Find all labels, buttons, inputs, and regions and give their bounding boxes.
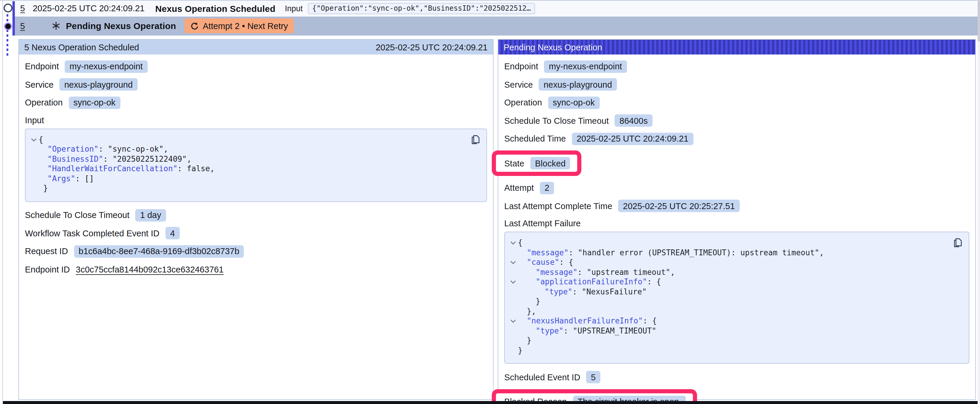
field-row: Endpoint ID3c0c75ccfa8144b092c13ce632463…	[25, 263, 487, 276]
json-code-line: {	[508, 238, 951, 248]
code-gutter	[508, 307, 518, 316]
code-gutter	[29, 164, 38, 174]
left-panel-header: 5 Nexus Operation Scheduled 2025-02-25 U…	[19, 40, 493, 54]
code-gutter	[29, 144, 38, 154]
field-row: Scheduled Time2025-02-25 UTC 20:24:09.21	[504, 132, 969, 145]
json-text: :	[578, 268, 587, 276]
field-row: Request IDb1c6a4bc-8ee7-468a-9169-df3b02…	[25, 245, 487, 257]
json-code-text: },	[518, 307, 536, 316]
left-panel-title: 5 Nexus Operation Scheduled	[24, 42, 139, 52]
code-gutter	[508, 345, 518, 355]
json-text: :	[573, 287, 582, 296]
field-value-link[interactable]: 3c0c75ccfa8144b092c13ce632463761	[76, 265, 224, 274]
json-code-line: }	[508, 345, 951, 355]
json-text: {	[652, 316, 657, 325]
field-value-chip: my-nexus-endpoint	[544, 60, 627, 73]
right-panel-fields: Endpointmy-nexus-endpointServicenexus-pl…	[498, 60, 975, 404]
collapse-chevron-icon[interactable]	[508, 277, 518, 287]
collapse-chevron-icon[interactable]	[508, 316, 518, 326]
field-label: Scheduled Time	[504, 134, 566, 143]
code-gutter	[508, 297, 518, 307]
json-code-block: {"Operation": "sync-op-ok","BusinessID":…	[25, 128, 487, 202]
field-label: Attempt	[504, 183, 534, 193]
event-timestamp: 2025-02-25 UTC 20:24:09.21	[33, 4, 145, 13]
collapse-chevron-icon[interactable]	[508, 258, 518, 268]
event-row-nexus-operation-scheduled[interactable]: 5 2025-02-25 UTC 20:24:09.21 Nexus Opera…	[15, 1, 978, 16]
right-panel-title: Pending Nexus Operation	[504, 42, 602, 52]
field-row: Schedule To Close Timeout86400s	[504, 114, 969, 127]
json-text: }	[536, 297, 541, 306]
timeline-accent-bar	[13, 1, 14, 36]
json-code-text: "cause": {	[518, 258, 573, 268]
json-code-line: "BusinessID": "20250225122409",	[29, 154, 469, 164]
section-label: Last Attempt Failure	[504, 219, 969, 228]
json-key: "cause"	[527, 258, 559, 266]
json-code-line: "HandlerWaitForCancellation": false,	[29, 164, 469, 174]
field-label: Schedule To Close Timeout	[504, 116, 609, 125]
copy-icon[interactable]	[953, 238, 963, 248]
field-row: StateBlocked	[504, 151, 969, 176]
event-detail-panel-scheduled: 5 Nexus Operation Scheduled 2025-02-25 U…	[18, 39, 493, 400]
event-id-link[interactable]: 5	[20, 21, 25, 31]
retry-icon	[191, 22, 199, 30]
json-code-text: {	[38, 135, 43, 144]
json-code-line: "cause": {	[508, 258, 951, 268]
json-code-text: "Operation": "sync-op-ok",	[38, 144, 168, 154]
json-code-line: "applicationFailureInfo": {	[508, 277, 951, 287]
collapse-chevron-icon[interactable]	[29, 135, 38, 144]
field-value-chip: 2	[540, 182, 554, 194]
field-label: Last Attempt Complete Time	[504, 201, 612, 211]
field-value-chip: nexus-playground	[539, 78, 617, 90]
json-text: ,	[187, 154, 192, 163]
json-text: []	[84, 174, 94, 183]
json-text: "sync-op-ok"	[108, 144, 164, 154]
retry-badge-label: Attempt 2 • Next Retry	[203, 21, 288, 31]
event-id-link[interactable]: 5	[20, 4, 25, 13]
json-key: "applicationFailureInfo"	[536, 277, 647, 286]
json-text: ,	[670, 268, 675, 276]
field-row: Servicenexus-playground	[25, 78, 487, 90]
json-code-text: "type": "UPSTREAM_TIMEOUT"	[518, 326, 656, 336]
input-preview-chip: {"Operation":"sync-op-ok","BusinessID":"…	[308, 3, 535, 14]
input-label: Input	[285, 4, 303, 13]
field-value-chip: 1 day	[135, 209, 166, 221]
copy-icon[interactable]	[471, 134, 480, 144]
json-code-text: "nexusHandlerFailureInfo": {	[518, 316, 657, 326]
json-code-line: "Args": []	[29, 174, 469, 184]
json-text: {	[656, 277, 661, 286]
json-text: }	[527, 336, 531, 345]
field-value-chip: my-nexus-endpoint	[65, 60, 148, 73]
json-text: {	[38, 135, 43, 144]
json-text: }	[38, 184, 48, 193]
field-value-chip: sync-op-ok	[548, 96, 600, 109]
event-row-pending-nexus-operation[interactable]: 5 Pending Nexus Operation Attempt 2 • Ne…	[15, 16, 978, 36]
json-text: "handler error (UPSTREAM_TIMEOUT): upstr…	[578, 248, 819, 257]
field-row: Operationsync-op-ok	[25, 96, 487, 109]
field-row: Scheduled Event ID5	[504, 371, 969, 383]
json-code-line: "message": "handler error (UPSTREAM_TIME…	[508, 248, 951, 258]
scrollbar-track[interactable]	[978, 0, 980, 404]
json-key: "type"	[536, 326, 563, 335]
json-text: :	[643, 316, 652, 325]
json-code-line: }	[508, 297, 951, 307]
field-label: Service	[25, 80, 54, 89]
collapse-chevron-icon[interactable]	[508, 238, 518, 248]
scrollbar-thumb[interactable]	[978, 0, 980, 41]
field-label: Scheduled Event ID	[504, 372, 580, 382]
json-text: :	[177, 164, 186, 173]
field-label: Operation	[504, 98, 542, 107]
json-text: ,	[164, 144, 168, 154]
json-code-text: "message": "handler error (UPSTREAM_TIME…	[518, 248, 824, 258]
json-key: "BusinessID"	[48, 154, 103, 163]
event-title: Nexus Operation Scheduled	[155, 3, 275, 14]
json-code-text: "type": "NexusFailure"	[518, 287, 647, 297]
json-code-text: }	[38, 184, 48, 193]
json-text: "UPSTREAM_TIMEOUT"	[573, 326, 656, 335]
json-code-text: "HandlerWaitForCancellation": false,	[38, 164, 215, 174]
json-code-text: }	[518, 336, 531, 345]
field-label: Operation	[25, 98, 63, 107]
code-gutter	[508, 326, 518, 336]
json-code-text: {	[518, 238, 523, 248]
field-label: Schedule To Close Timeout	[25, 210, 130, 220]
json-text: ,	[210, 164, 215, 173]
